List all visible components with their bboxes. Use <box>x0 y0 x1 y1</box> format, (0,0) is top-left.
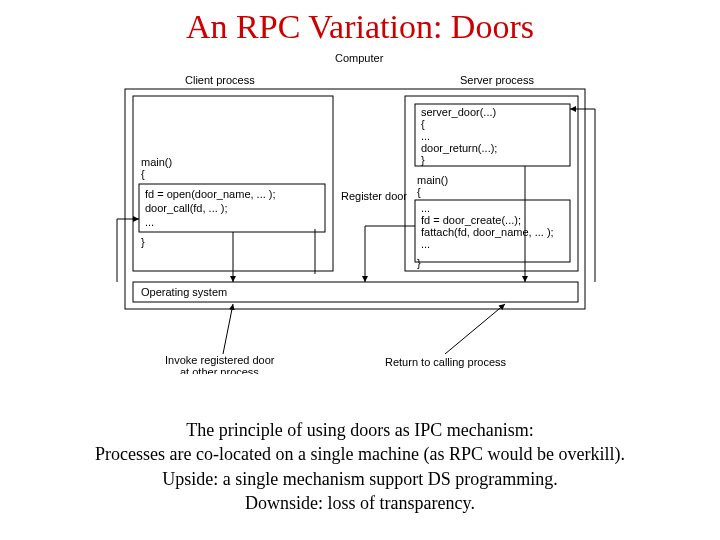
register-door-label: Register door <box>341 190 407 202</box>
client-main-l4: door_call(fd, ... ); <box>145 202 228 214</box>
caption-l1: The principle of using doors as IPC mech… <box>0 418 720 442</box>
server-door-l5: } <box>421 154 425 166</box>
os-label: Operating system <box>141 286 227 298</box>
invoke-label-l2: at other process <box>180 366 259 374</box>
computer-label: Computer <box>335 54 384 64</box>
server-door-l4: door_return(...); <box>421 142 497 154</box>
caption-l4: Downside: loss of transparency. <box>0 491 720 515</box>
server-main-l2: { <box>417 186 421 198</box>
server-main-l4: fd = door_create(...); <box>421 214 521 226</box>
server-main-l6: ... <box>421 238 430 250</box>
client-process-label: Client process <box>185 74 255 86</box>
server-main-l5: fattach(fd, door_name, ... ); <box>421 226 554 238</box>
server-main-l7: } <box>417 257 421 269</box>
invoke-label-l1: Invoke registered door <box>165 354 275 366</box>
client-main-l6: } <box>141 236 145 248</box>
client-main-l2: { <box>141 168 145 180</box>
client-main-l3: fd = open(door_name, ... ); <box>145 188 276 200</box>
server-main-l3: ... <box>421 202 430 214</box>
slide-title: An RPC Variation: Doors <box>0 8 720 46</box>
client-main-l1: main() <box>141 156 172 168</box>
server-main-l1: main() <box>417 174 448 186</box>
caption-l3: Upside: a single mechanism support DS pr… <box>0 467 720 491</box>
caption-l2: Processes are co-located on a single mac… <box>0 442 720 466</box>
caption-block: The principle of using doors as IPC mech… <box>0 418 720 515</box>
return-label: Return to calling process <box>385 356 507 368</box>
server-door-l2: { <box>421 118 425 130</box>
server-door-l3: ... <box>421 130 430 142</box>
server-process-label: Server process <box>460 74 534 86</box>
client-main-l5: ... <box>145 216 154 228</box>
server-door-l1: server_door(...) <box>421 106 496 118</box>
doors-diagram: Computer Client process Server process s… <box>105 54 605 374</box>
